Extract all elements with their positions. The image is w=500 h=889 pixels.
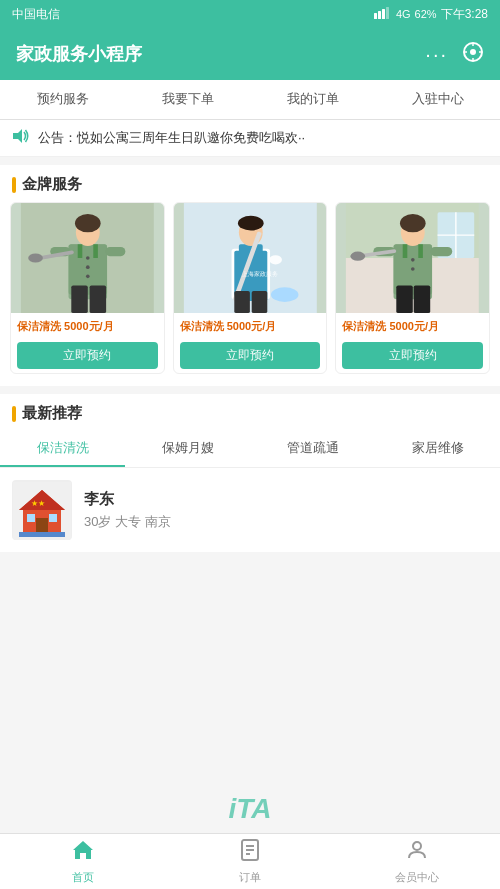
- worker-info: 李东 30岁 大专 南京: [84, 490, 488, 531]
- member-label: 会员中心: [395, 870, 439, 885]
- worker-details: 30岁 大专 南京: [84, 513, 488, 531]
- service-card-img-3: [336, 203, 489, 313]
- service-card-3: 保洁清洗 5000元/月 立即预约: [335, 202, 490, 374]
- target-button[interactable]: [462, 41, 484, 68]
- battery-label: 62%: [415, 8, 437, 20]
- gold-service-section: 金牌服务: [0, 165, 500, 386]
- svg-rect-64: [19, 532, 65, 537]
- member-icon: [405, 838, 429, 868]
- svg-rect-62: [27, 514, 35, 522]
- sub-tab-clean[interactable]: 保洁清洗: [0, 431, 125, 467]
- worker-name: 李东: [84, 490, 488, 509]
- svg-point-17: [86, 265, 90, 269]
- sub-tab-repair[interactable]: 家居维修: [375, 431, 500, 467]
- tab-book[interactable]: 预约服务: [0, 80, 125, 119]
- app-title: 家政服务小程序: [16, 42, 142, 66]
- orders-icon: [238, 838, 262, 868]
- tab-order[interactable]: 我要下单: [125, 80, 250, 119]
- worker-avatar: ★★: [12, 480, 72, 540]
- svg-rect-37: [234, 291, 250, 313]
- home-label: 首页: [72, 870, 94, 885]
- recommend-bar: [12, 406, 16, 422]
- bottom-nav-orders[interactable]: 订单: [167, 838, 334, 885]
- svg-point-50: [411, 258, 415, 262]
- book-btn-1[interactable]: 立即预约: [17, 342, 158, 369]
- svg-marker-66: [73, 841, 93, 859]
- svg-rect-49: [419, 244, 424, 258]
- service-card-1: 保洁清洗 5000元/月 立即预约: [10, 202, 165, 374]
- status-right: 4G 62% 下午3:28: [374, 6, 488, 23]
- gold-service-bar: [12, 177, 16, 193]
- service-name-3: 保洁清洗 5000元/月: [342, 319, 483, 334]
- svg-point-55: [351, 252, 366, 261]
- home-icon: [71, 838, 95, 868]
- signal-icon: [374, 7, 392, 21]
- svg-rect-57: [414, 286, 431, 314]
- svg-rect-25: [78, 244, 83, 258]
- announcement-bar: 公告：悦如公寓三周年生日趴邀你免费吃喝欢··: [0, 120, 500, 157]
- svg-text:★★: ★★: [31, 499, 45, 508]
- svg-point-16: [86, 256, 90, 260]
- svg-rect-56: [397, 286, 414, 314]
- svg-point-35: [269, 255, 282, 264]
- svg-point-32: [238, 216, 264, 231]
- nav-tabs: 预约服务 我要下单 我的订单 入驻中心: [0, 80, 500, 120]
- svg-rect-24: [90, 286, 107, 314]
- recommend-title: 最新推荐: [22, 404, 82, 423]
- carrier-label: 中国电信: [12, 6, 60, 23]
- sound-icon: [12, 128, 30, 148]
- svg-point-71: [413, 842, 421, 850]
- svg-rect-23: [71, 286, 88, 314]
- announcement-text: 公告：悦如公寓三周年生日趴邀你免费吃喝欢··: [38, 129, 305, 147]
- service-card-img-1: [11, 203, 164, 313]
- card-info-1: 保洁清洗 5000元/月 立即预约: [11, 313, 164, 373]
- recommend-header: 最新推荐: [0, 394, 500, 431]
- tab-myorder[interactable]: 我的订单: [250, 80, 375, 119]
- bottom-nav-member[interactable]: 会员中心: [333, 838, 500, 885]
- svg-rect-1: [378, 11, 381, 19]
- card-info-3: 保洁清洗 5000元/月 立即预约: [336, 313, 489, 373]
- sub-tabs: 保洁清洗 保姆月嫂 管道疏通 家居维修: [0, 431, 500, 468]
- header: 家政服务小程序 ···: [0, 28, 500, 80]
- header-actions: ···: [425, 41, 484, 68]
- service-cards-container: 保洁清洗 5000元/月 立即预约: [0, 202, 500, 386]
- orders-label: 订单: [239, 870, 261, 885]
- svg-rect-26: [93, 244, 98, 258]
- time-label: 下午3:28: [441, 6, 488, 23]
- svg-point-5: [470, 49, 476, 55]
- service-name-1: 保洁清洗 5000元/月: [17, 319, 158, 334]
- svg-point-34: [271, 287, 299, 302]
- svg-rect-38: [251, 291, 267, 313]
- svg-rect-20: [105, 247, 125, 256]
- svg-rect-53: [431, 247, 453, 256]
- worker-card: ★★ 李东 30岁 大专 南京: [0, 468, 500, 552]
- svg-rect-48: [403, 244, 408, 258]
- bottom-nav-home[interactable]: 首页: [0, 838, 167, 885]
- svg-point-51: [411, 267, 415, 271]
- card-info-2: 保洁清洗 5000元/月 立即预约: [174, 313, 327, 373]
- svg-point-18: [86, 275, 90, 279]
- svg-rect-63: [49, 514, 57, 522]
- book-btn-3[interactable]: 立即预约: [342, 342, 483, 369]
- gold-service-title: 金牌服务: [22, 175, 82, 194]
- svg-rect-3: [386, 7, 389, 19]
- status-bar: 中国电信 4G 62% 下午3:28: [0, 0, 500, 28]
- gold-service-header: 金牌服务: [0, 165, 500, 202]
- svg-point-22: [28, 253, 43, 262]
- sub-tab-nanny[interactable]: 保姆月嫂: [125, 431, 250, 467]
- network-label: 4G: [396, 8, 411, 20]
- more-button[interactable]: ···: [425, 43, 448, 66]
- svg-point-15: [75, 214, 101, 232]
- svg-point-47: [400, 214, 426, 232]
- svg-marker-10: [13, 129, 22, 143]
- svg-rect-0: [374, 13, 377, 19]
- svg-text:上海家政服务: 上海家政服务: [241, 270, 277, 277]
- book-btn-2[interactable]: 立即预约: [180, 342, 321, 369]
- service-card-2: 上海家政服务 保洁清洗 5000元/月 立即预约: [173, 202, 328, 374]
- service-name-2: 保洁清洗 5000元/月: [180, 319, 321, 334]
- svg-rect-2: [382, 9, 385, 19]
- tab-join[interactable]: 入驻中心: [375, 80, 500, 119]
- recommend-section: 最新推荐 保洁清洗 保姆月嫂 管道疏通 家居维修 ★★: [0, 394, 500, 552]
- bottom-nav: 首页 订单 会员中心: [0, 833, 500, 889]
- sub-tab-pipe[interactable]: 管道疏通: [250, 431, 375, 467]
